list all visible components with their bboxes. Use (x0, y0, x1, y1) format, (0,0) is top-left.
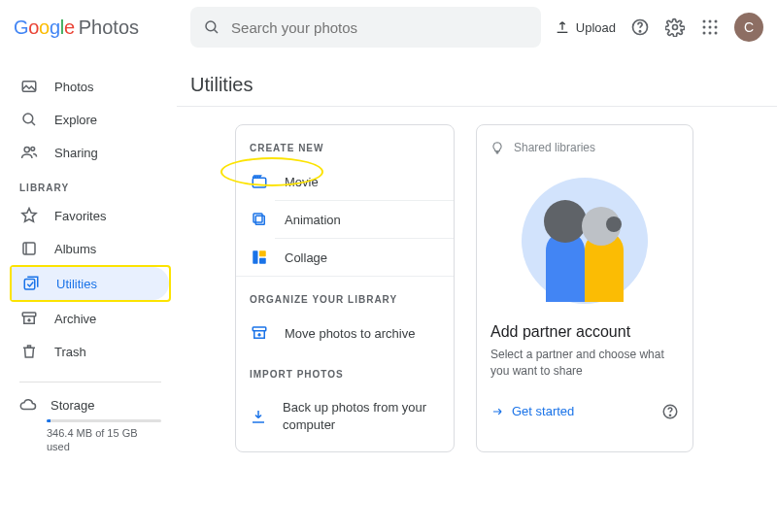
help-icon[interactable] (629, 17, 651, 38)
create-collage-option[interactable]: Collage (236, 239, 454, 276)
download-icon (250, 408, 267, 425)
storage-text: 346.4 MB of 15 GB used (47, 426, 161, 454)
divider (19, 382, 161, 382)
archive-icon (19, 310, 39, 327)
svg-line-16 (31, 121, 35, 125)
storage-bar (47, 419, 161, 422)
svg-point-7 (715, 20, 718, 23)
album-icon (19, 240, 39, 257)
page-title: Utilities (190, 74, 777, 96)
nav-explore[interactable]: Explore (10, 103, 171, 136)
cta-label: Get started (512, 404, 574, 418)
star-icon (19, 207, 39, 224)
search-bar[interactable] (190, 7, 541, 48)
svg-rect-27 (259, 258, 266, 264)
nav-archive[interactable]: Archive (10, 302, 171, 335)
svg-rect-20 (24, 280, 35, 290)
svg-point-5 (703, 20, 706, 23)
nav-favorites[interactable]: Favorites (10, 199, 171, 232)
get-started-link[interactable]: Get started (490, 404, 574, 418)
move-to-archive-option[interactable]: Move photos to archive (236, 315, 454, 351)
library-header: LIBRARY (19, 183, 171, 193)
upload-icon (555, 19, 570, 35)
partner-subtitle: Select a partner and choose what you wan… (477, 341, 693, 393)
svg-point-30 (544, 200, 587, 243)
sidebar: Photos Explore Sharing LIBRARY Favorites… (0, 54, 177, 532)
collage-icon (250, 249, 269, 266)
option-label: Move photos to archive (285, 326, 415, 341)
create-header: CREATE NEW (236, 125, 454, 163)
nav-label: Albums (54, 242, 96, 256)
app-header: Google Photos Upload C (0, 0, 777, 54)
svg-rect-21 (22, 313, 36, 316)
utilities-icon (21, 275, 41, 292)
nav-trash[interactable]: Trash (10, 335, 171, 368)
nav-utilities[interactable]: Utilities (12, 267, 169, 300)
google-logo: Google (14, 17, 75, 39)
import-header: IMPORT PHOTOS (236, 351, 454, 389)
account-avatar[interactable]: C (734, 13, 763, 42)
storage-label: Storage (51, 398, 95, 413)
main-content: Utilities CREATE NEW Movie Animation (177, 54, 777, 532)
partner-title: Add partner account (477, 323, 693, 341)
upload-button[interactable]: Upload (555, 19, 616, 35)
option-label: Animation (285, 213, 341, 227)
svg-point-13 (715, 32, 718, 35)
nav-photos[interactable]: Photos (10, 70, 171, 103)
svg-rect-23 (255, 216, 264, 224)
divider (177, 106, 777, 107)
archive-icon (250, 324, 269, 342)
hint-row: Shared libraries (477, 125, 693, 154)
svg-point-0 (206, 21, 216, 31)
trash-icon (19, 343, 39, 360)
people-icon (19, 144, 39, 161)
hint-label: Shared libraries (514, 141, 595, 154)
option-label: Movie (285, 175, 319, 189)
create-animation-option[interactable]: Animation (236, 201, 454, 238)
svg-point-11 (703, 32, 706, 35)
tutorial-highlight-utilities: Utilities (10, 265, 171, 302)
nav-label: Favorites (54, 209, 106, 223)
nav-label: Sharing (54, 146, 98, 160)
svg-rect-26 (259, 250, 266, 256)
nav-label: Utilities (56, 277, 97, 291)
svg-point-6 (709, 20, 712, 23)
settings-icon[interactable] (664, 17, 686, 38)
search-input[interactable] (231, 19, 529, 36)
nav-albums[interactable]: Albums (10, 232, 171, 265)
animation-icon (250, 211, 269, 228)
svg-point-10 (715, 26, 718, 29)
create-movie-option[interactable]: Movie (236, 163, 454, 200)
search-icon (19, 111, 39, 128)
svg-point-15 (23, 114, 33, 123)
app-logo[interactable]: Google Photos (14, 17, 177, 39)
svg-point-12 (709, 32, 712, 35)
svg-point-4 (673, 25, 678, 30)
lightbulb-icon (490, 141, 504, 154)
svg-rect-28 (253, 327, 266, 331)
arrow-right-icon (490, 405, 504, 418)
app-launcher-icon[interactable] (699, 17, 721, 38)
svg-point-17 (24, 147, 29, 151)
partner-illustration (477, 154, 693, 323)
organize-header: ORGANIZE YOUR LIBRARY (236, 277, 454, 315)
svg-point-9 (709, 26, 712, 29)
svg-rect-24 (253, 214, 262, 222)
svg-point-18 (31, 147, 35, 150)
partner-card: Shared libraries (476, 124, 693, 452)
nav-label: Archive (54, 312, 96, 326)
backup-option[interactable]: Back up photos from your computer (236, 389, 454, 451)
photo-icon (19, 78, 39, 95)
nav-label: Explore (54, 113, 97, 127)
svg-line-1 (214, 29, 218, 33)
header-actions: Upload C (555, 13, 763, 42)
storage-section[interactable]: Storage 346.4 MB of 15 GB used (10, 396, 171, 454)
nav-label: Trash (54, 345, 86, 359)
logo-suffix: Photos (79, 17, 139, 39)
option-label: Back up photos from your computer (283, 399, 440, 434)
help-icon[interactable] (661, 403, 679, 420)
search-icon (202, 17, 221, 38)
svg-point-34 (669, 415, 670, 416)
svg-rect-25 (253, 250, 257, 264)
nav-sharing[interactable]: Sharing (10, 136, 171, 169)
